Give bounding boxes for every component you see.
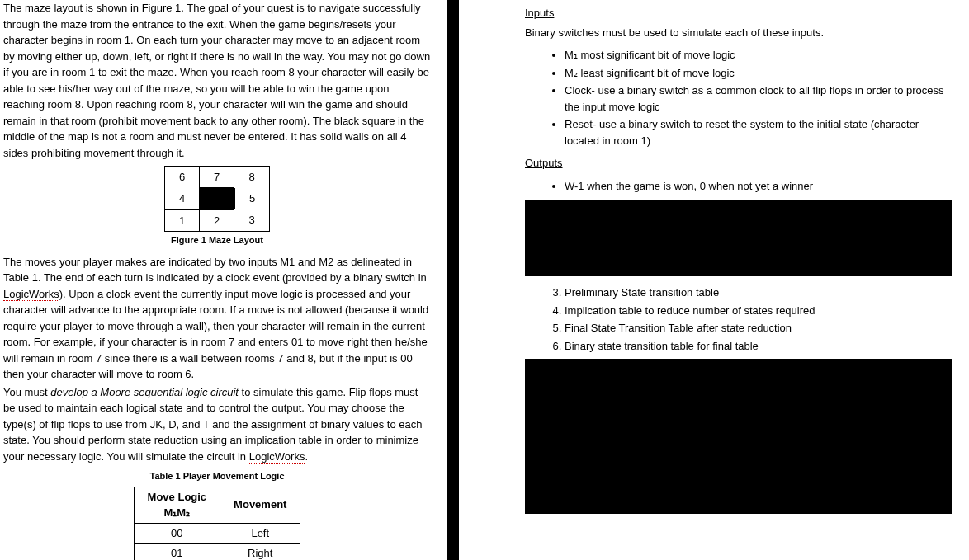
list-item: W-1 when the game is won, 0 when not yet… (565, 178, 952, 195)
maze-grid: 6 7 8 4 5 1 2 3 (164, 166, 270, 232)
maze-cell-5: 5 (234, 188, 269, 209)
table-row: 01Right (134, 544, 300, 561)
maze-cell-2: 2 (200, 209, 234, 231)
maze-cell-7: 7 (200, 167, 234, 188)
page-divider (447, 0, 459, 560)
figure-1-caption: Figure 1 Maze Layout (3, 233, 431, 247)
cell-code: 01 (134, 544, 220, 561)
text: ). Upon a clock event the currently inpu… (3, 288, 428, 381)
maze-cell-6: 6 (165, 167, 200, 188)
list-item: Clock- use a binary switch as a common c… (565, 82, 952, 115)
cell-move: Left (220, 523, 300, 544)
logicworks-text: LogicWorks (3, 288, 59, 301)
cell-code: 00 (134, 523, 220, 544)
list-item: Final State Transition Table after state… (565, 320, 952, 336)
redacted-block (525, 359, 952, 514)
maze-cell-1: 1 (165, 209, 200, 231)
paragraph-maze-intro: The maze layout is shown in Figure 1. Th… (3, 0, 431, 161)
paragraph-moves: The moves your player makes are indicate… (3, 254, 431, 383)
maze-cell-4: 4 (165, 188, 200, 209)
heading-outputs: Outputs (525, 155, 952, 172)
table-header-move-logic: Move Logic M₁M₂ (134, 487, 220, 523)
text: M₁M₂ (164, 506, 191, 519)
inputs-list: M₁ most significant bit of move logic M₂… (565, 47, 952, 148)
page-left: The maze layout is shown in Figure 1. Th… (0, 0, 447, 560)
list-item: M₁ most significant bit of move logic (565, 47, 952, 64)
figure-1-maze: 6 7 8 4 5 1 2 3 Figure 1 Maze Layout (3, 166, 431, 247)
cell-move: Right (220, 544, 300, 561)
text: You must (3, 386, 50, 398)
list-item: Binary state transition table for final … (565, 338, 952, 355)
table-1-wrap: Table 1 Player Movement Logic Move Logic… (3, 469, 431, 560)
text: The moves your player makes are indicate… (3, 256, 427, 285)
maze-cell-3: 3 (234, 209, 269, 231)
outputs-list: W-1 when the game is won, 0 when not yet… (565, 178, 952, 195)
inputs-intro: Binary switches must be used to simulate… (525, 25, 952, 41)
heading-inputs: Inputs (525, 5, 952, 21)
redacted-block (525, 200, 952, 276)
maze-cell-8: 8 (234, 167, 269, 188)
document-pages: The maze layout is shown in Figure 1. Th… (0, 0, 969, 560)
list-item: Reset- use a binary switch to reset the … (565, 116, 952, 148)
list-item: Implication table to reduce number of st… (565, 303, 952, 319)
text: Move Logic (148, 491, 207, 503)
table-1-caption: Table 1 Player Movement Logic (3, 469, 431, 483)
deliverables-list: Preliminary State transition table Impli… (565, 285, 952, 354)
list-item: Preliminary State transition table (565, 285, 952, 301)
emphasis-moore: develop a Moore sequential logic circuit (50, 386, 239, 398)
table-1-move-logic: Move Logic M₁M₂ Movement 00Left 01Right … (134, 487, 301, 561)
table-header-movement: Movement (220, 487, 300, 523)
page-right: Inputs Binary switches must be used to s… (459, 0, 969, 560)
maze-cell-blocked (200, 188, 234, 209)
text: . (305, 450, 308, 463)
logicworks-text: LogicWorks (249, 450, 305, 464)
paragraph-moore: You must develop a Moore sequential logi… (3, 384, 431, 465)
list-item: M₂ least significant bit of move logic (565, 65, 952, 82)
table-row: 00Left (134, 523, 300, 544)
